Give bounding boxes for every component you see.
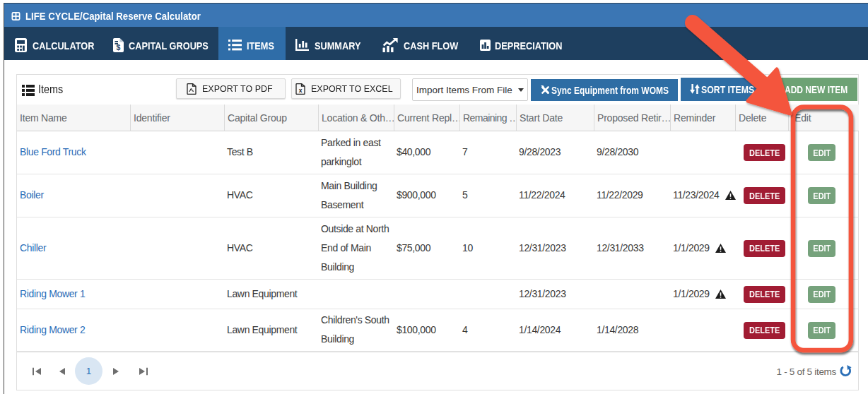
svg-text:x: x	[299, 86, 303, 93]
svg-text:$: $	[117, 43, 121, 52]
